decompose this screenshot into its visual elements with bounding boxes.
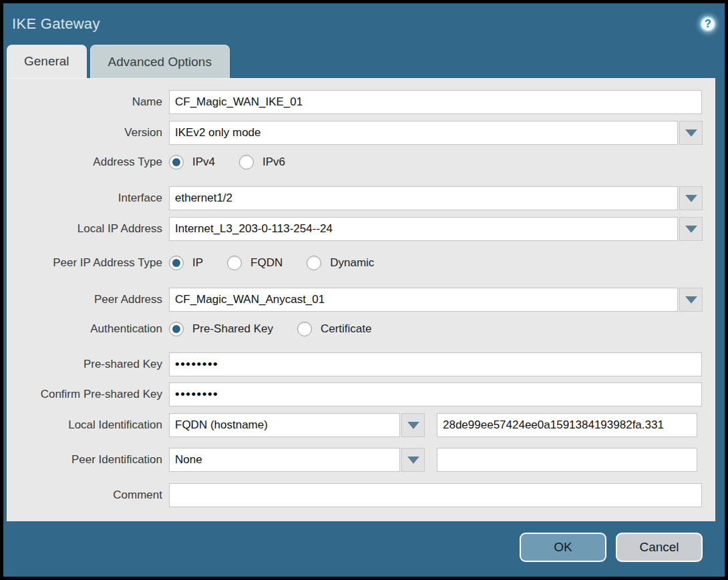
radio-unselected-icon xyxy=(227,256,242,270)
peer-address-dropdown-button[interactable] xyxy=(679,288,703,312)
confirm-pre-shared-key-label: Confirm Pre-shared Key xyxy=(7,388,169,401)
version-label: Version xyxy=(7,126,169,139)
peer-identification-type-select[interactable]: None xyxy=(169,448,400,472)
general-tab-panel: Name CF_Magic_WAN_IKE_01 Version IKEv2 o… xyxy=(7,78,715,521)
version-dropdown-button[interactable] xyxy=(679,121,703,145)
peer-identification-row: Peer Identification None xyxy=(7,448,715,472)
radio-pre-shared-key[interactable]: Pre-Shared Key xyxy=(169,322,273,336)
radio-certificate[interactable]: Certificate xyxy=(297,322,372,336)
name-row: Name CF_Magic_WAN_IKE_01 xyxy=(7,90,715,114)
local-identification-row: Local Identification FQDN (hostname) 28d… xyxy=(7,413,715,437)
peer-identification-dropdown-button[interactable] xyxy=(401,448,425,472)
address-type-label: Address Type xyxy=(7,156,169,169)
authentication-label: Authentication xyxy=(7,322,169,336)
interface-dropdown-button[interactable] xyxy=(679,186,703,210)
chevron-down-icon xyxy=(685,195,697,202)
peer-ip-type-row: Peer IP Address Type IP FQDN Dynamic xyxy=(7,255,715,271)
radio-unselected-icon xyxy=(297,322,312,336)
peer-address-label: Peer Address xyxy=(7,293,169,306)
radio-dynamic[interactable]: Dynamic xyxy=(307,256,374,270)
radio-unselected-icon xyxy=(239,155,254,170)
radio-ipv4[interactable]: IPv4 xyxy=(169,155,215,170)
ike-gateway-dialog: IKE Gateway ? General Advanced Options N… xyxy=(0,0,728,580)
radio-ipv6[interactable]: IPv6 xyxy=(239,155,285,170)
comment-row: Comment xyxy=(7,483,715,507)
local-identification-label: Local Identification xyxy=(7,418,169,432)
tab-bar: General Advanced Options xyxy=(3,45,725,78)
comment-label: Comment xyxy=(7,489,169,502)
authentication-row: Authentication Pre-Shared Key Certificat… xyxy=(7,321,715,337)
name-input[interactable]: CF_Magic_WAN_IKE_01 xyxy=(169,90,702,114)
comment-input[interactable] xyxy=(169,483,702,507)
interface-label: Interface xyxy=(7,192,169,205)
dialog-footer: OK Cancel xyxy=(3,521,725,577)
radio-selected-icon xyxy=(169,322,184,336)
version-select[interactable]: IKEv2 only mode xyxy=(169,121,678,145)
radio-selected-icon xyxy=(169,155,184,170)
chevron-down-icon xyxy=(685,129,697,137)
local-identification-type-select[interactable]: FQDN (hostname) xyxy=(169,413,400,437)
tab-general[interactable]: General xyxy=(7,45,87,78)
peer-address-select[interactable]: CF_Magic_WAN_Anycast_01 xyxy=(169,288,678,312)
radio-ip[interactable]: IP xyxy=(169,256,203,270)
local-identification-dropdown-button[interactable] xyxy=(401,413,425,437)
interface-row: Interface ethernet1/2 xyxy=(7,186,715,210)
peer-identification-label: Peer Identification xyxy=(7,453,169,467)
pre-shared-key-row: Pre-shared Key •••••••• xyxy=(7,352,715,376)
tab-advanced-options[interactable]: Advanced Options xyxy=(90,45,230,78)
radio-unselected-icon xyxy=(307,256,321,270)
chevron-down-icon xyxy=(407,457,419,464)
local-ip-dropdown-button[interactable] xyxy=(679,217,703,241)
chevron-down-icon xyxy=(407,422,419,429)
chevron-down-icon xyxy=(685,296,697,304)
peer-ip-type-label: Peer IP Address Type xyxy=(7,256,169,270)
local-identification-value-input[interactable]: 28de99ee57424ee0a1591384193982fa.331 xyxy=(437,413,697,437)
cancel-button[interactable]: Cancel xyxy=(616,533,703,562)
peer-address-row: Peer Address CF_Magic_WAN_Anycast_01 xyxy=(7,288,715,312)
dialog-title: IKE Gateway xyxy=(12,15,100,33)
address-type-row: Address Type IPv4 IPv6 xyxy=(7,154,715,170)
local-ip-label: Local IP Address xyxy=(7,222,169,236)
radio-selected-icon xyxy=(169,256,184,270)
confirm-pre-shared-key-row: Confirm Pre-shared Key •••••••• xyxy=(7,382,715,406)
confirm-pre-shared-key-input[interactable]: •••••••• xyxy=(169,382,702,406)
ok-button[interactable]: OK xyxy=(520,533,606,562)
local-ip-row: Local IP Address Internet_L3_203-0-113-2… xyxy=(7,217,715,241)
dialog-titlebar: IKE Gateway ? xyxy=(3,3,725,45)
interface-select[interactable]: ethernet1/2 xyxy=(169,186,678,210)
version-row: Version IKEv2 only mode xyxy=(7,121,715,145)
help-icon[interactable]: ? xyxy=(700,16,716,32)
chevron-down-icon xyxy=(685,226,697,233)
local-ip-select[interactable]: Internet_L3_203-0-113-254--24 xyxy=(169,217,678,241)
radio-fqdn[interactable]: FQDN xyxy=(227,256,283,270)
peer-identification-value-input[interactable] xyxy=(437,448,697,472)
pre-shared-key-label: Pre-shared Key xyxy=(7,358,169,371)
name-label: Name xyxy=(7,95,169,109)
pre-shared-key-input[interactable]: •••••••• xyxy=(169,352,702,376)
